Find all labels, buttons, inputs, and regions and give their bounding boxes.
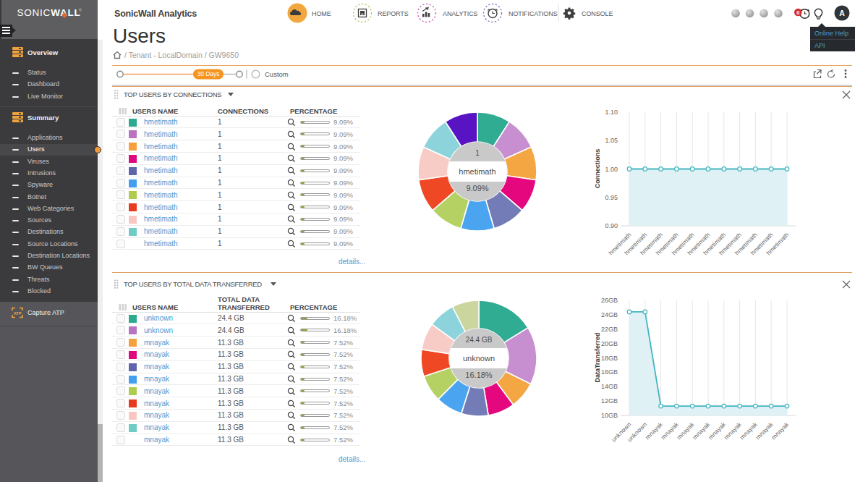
- svg-text:1.10: 1.10: [605, 109, 618, 116]
- svg-text:hmetimath: hmetimath: [459, 167, 495, 176]
- svg-text:10GB: 10GB: [601, 412, 618, 419]
- svg-text:14GB: 14GB: [601, 383, 618, 390]
- svg-text:24.4 GB: 24.4 GB: [466, 336, 493, 344]
- svg-text:Connections: Connections: [594, 149, 601, 189]
- svg-text:20GB: 20GB: [601, 340, 618, 347]
- svg-text:1.05: 1.05: [605, 137, 618, 144]
- svg-text:0.95: 0.95: [605, 194, 618, 201]
- svg-text:16.18%: 16.18%: [465, 371, 493, 379]
- svg-text:24GB: 24GB: [601, 311, 618, 318]
- svg-text:1: 1: [475, 149, 480, 157]
- svg-text:A: A: [839, 9, 845, 17]
- svg-text:unknown: unknown: [463, 354, 495, 363]
- svg-text:1.00: 1.00: [605, 166, 618, 173]
- svg-text:22GB: 22GB: [601, 326, 618, 333]
- svg-text:0.90: 0.90: [605, 222, 618, 229]
- svg-text:16GB: 16GB: [601, 368, 618, 376]
- svg-text:9.09%: 9.09%: [466, 184, 488, 193]
- svg-text:0: 0: [796, 9, 799, 16]
- svg-text:Custom: Custom: [265, 70, 289, 78]
- svg-text:26GB: 26GB: [601, 297, 618, 304]
- svg-text:ATP: ATP: [14, 311, 22, 316]
- svg-text:30 Days: 30 Days: [197, 70, 219, 77]
- svg-text:e: e: [362, 12, 364, 16]
- svg-text:12GB: 12GB: [601, 397, 618, 405]
- svg-text:mnayak: mnayak: [770, 420, 791, 441]
- svg-text:DataTransferred: DataTransferred: [594, 332, 601, 382]
- svg-text:18GB: 18GB: [601, 355, 618, 362]
